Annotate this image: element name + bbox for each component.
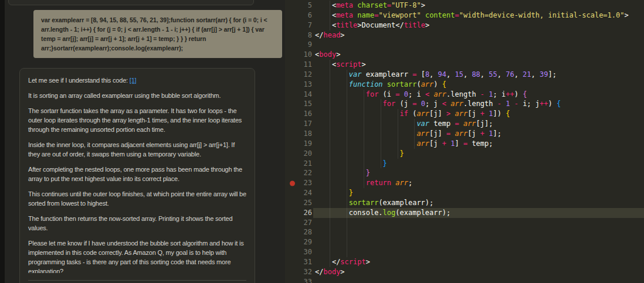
- line-number[interactable]: 12: [300, 70, 312, 80]
- code-line-22[interactable]: 22 }: [285, 168, 644, 178]
- code-line-31[interactable]: 31 </script>: [285, 257, 644, 267]
- breakpoint-gutter[interactable]: [285, 90, 300, 100]
- code-line-6[interactable]: 6 <meta name="viewport" content="width=d…: [285, 11, 644, 21]
- line-number[interactable]: 6: [300, 11, 312, 21]
- line-number[interactable]: 22: [300, 168, 312, 178]
- breakpoint-icon[interactable]: [290, 180, 295, 186]
- line-number[interactable]: 31: [300, 257, 312, 267]
- line-number[interactable]: 8: [300, 30, 312, 40]
- code-line-9[interactable]: 9: [285, 40, 644, 50]
- code-line-12[interactable]: 12 var examplearr = [8, 94, 15, 88, 55, …: [285, 70, 644, 80]
- breakpoint-gutter[interactable]: [285, 50, 300, 60]
- code-line-10[interactable]: 10<body>: [285, 50, 644, 60]
- code-line-7[interactable]: 7 <title>Document</title>: [285, 21, 644, 30]
- line-number[interactable]: 29: [300, 237, 312, 247]
- code-line-24[interactable]: 24 }: [285, 188, 644, 198]
- code-line-19[interactable]: 19 arr[j + 1] = temp;: [285, 139, 644, 149]
- line-number[interactable]: 20: [300, 149, 312, 159]
- breakpoint-gutter[interactable]: [285, 80, 300, 90]
- code-line-30[interactable]: 30: [285, 247, 644, 257]
- code-text: <meta name="viewport" content="width=dev…: [315, 11, 629, 21]
- line-number[interactable]: 11: [300, 60, 312, 70]
- line-number[interactable]: 33: [300, 277, 312, 283]
- breakpoint-gutter[interactable]: [285, 168, 300, 178]
- breakpoint-gutter[interactable]: [285, 60, 300, 70]
- line-number[interactable]: 19: [300, 139, 312, 149]
- breakpoint-gutter[interactable]: [285, 188, 300, 198]
- code-line-32[interactable]: 32</body>: [285, 267, 644, 277]
- line-number[interactable]: 5: [300, 1, 312, 11]
- breakpoint-gutter[interactable]: [285, 208, 300, 218]
- line-number[interactable]: 25: [300, 198, 312, 208]
- code-line-8[interactable]: 8</head>: [285, 30, 644, 40]
- line-number[interactable]: 24: [300, 188, 312, 198]
- breakpoint-gutter[interactable]: [285, 277, 300, 283]
- breakpoint-gutter[interactable]: [285, 198, 300, 208]
- breakpoint-gutter[interactable]: [285, 149, 300, 159]
- line-number[interactable]: 21: [300, 159, 312, 169]
- line-number[interactable]: 7: [300, 21, 312, 30]
- code-line-5[interactable]: 5 <meta charset="UTF-8">: [285, 1, 644, 11]
- line-number[interactable]: 13: [300, 80, 312, 90]
- breakpoint-gutter[interactable]: [285, 247, 300, 257]
- code-line-26[interactable]: 26 console.log(examplearr);: [285, 208, 644, 218]
- code-text: for (j = 0; j < arr.length - 1 - i; j++)…: [315, 99, 561, 109]
- code-line-18[interactable]: 18 arr[j] = arr[j + 1];: [285, 129, 644, 139]
- line-number[interactable]: 32: [300, 267, 312, 277]
- breakpoint-gutter[interactable]: [285, 257, 300, 267]
- breakpoint-gutter[interactable]: [285, 139, 300, 149]
- breakpoint-gutter[interactable]: [285, 267, 300, 277]
- code-line-16[interactable]: 16 if (arr[j] > arr[j + 1]) {: [285, 109, 644, 119]
- response-divider: [28, 280, 246, 281]
- line-number[interactable]: 30: [300, 247, 312, 257]
- breakpoint-gutter[interactable]: [285, 70, 300, 80]
- code-editor[interactable]: 5 <meta charset="UTF-8">6 <meta name="vi…: [285, 0, 644, 283]
- code-line-13[interactable]: 13 function sortarr(arr) {: [285, 80, 644, 90]
- code-line-27[interactable]: 27: [285, 218, 644, 228]
- line-number[interactable]: 15: [300, 99, 312, 109]
- breakpoint-gutter[interactable]: [285, 218, 300, 228]
- response-paragraph: It is sorting an array called examplearr…: [28, 91, 246, 100]
- line-number[interactable]: 23: [300, 178, 312, 188]
- breakpoint-gutter[interactable]: [285, 178, 300, 188]
- line-number[interactable]: 28: [300, 227, 312, 237]
- code-text: </head>: [315, 30, 345, 40]
- breakpoint-gutter[interactable]: [285, 119, 300, 129]
- code-line-25[interactable]: 25 sortarr(examplearr);: [285, 198, 644, 208]
- line-number[interactable]: 27: [300, 218, 312, 228]
- citation-link[interactable]: [1]: [130, 77, 137, 84]
- breakpoint-gutter[interactable]: [285, 237, 300, 247]
- breakpoint-gutter[interactable]: [285, 30, 300, 40]
- breakpoint-gutter[interactable]: [285, 159, 300, 169]
- breakpoint-gutter[interactable]: [285, 99, 300, 109]
- breakpoint-gutter[interactable]: [285, 40, 300, 50]
- breakpoint-gutter[interactable]: [285, 21, 300, 30]
- breakpoint-gutter[interactable]: [285, 1, 300, 11]
- breakpoint-gutter[interactable]: [285, 129, 300, 139]
- line-number[interactable]: 17: [300, 119, 312, 129]
- code-line-21[interactable]: 21 }: [285, 159, 644, 169]
- breakpoint-gutter[interactable]: [285, 11, 300, 21]
- code-line-14[interactable]: 14 for (i = 0; i < arr.length - 1; i++) …: [285, 90, 644, 100]
- response-paragraph: Please let me know if I have understood …: [28, 238, 246, 273]
- indent-guide: [347, 227, 347, 237]
- line-number[interactable]: 26: [300, 208, 312, 218]
- line-number[interactable]: 9: [300, 40, 312, 50]
- code-line-29[interactable]: 29: [285, 237, 644, 247]
- code-line-15[interactable]: 15 for (j = 0; j < arr.length - 1 - i; j…: [285, 99, 644, 109]
- line-number[interactable]: 18: [300, 129, 312, 139]
- code-line-20[interactable]: 20 }: [285, 149, 644, 159]
- code-text: for (i = 0; i < arr.length - 1; i++) {: [315, 90, 527, 100]
- breakpoint-gutter[interactable]: [285, 109, 300, 119]
- code-line-23[interactable]: 23 return arr;: [285, 178, 644, 188]
- chat-panel: var examplearr = [8, 94, 15, 88, 55, 76,…: [5, 0, 285, 283]
- line-number[interactable]: 16: [300, 109, 312, 119]
- code-text: <meta charset="UTF-8">: [315, 1, 425, 11]
- breakpoint-gutter[interactable]: [285, 227, 300, 237]
- line-number[interactable]: 14: [300, 90, 312, 100]
- code-line-28[interactable]: 28: [285, 227, 644, 237]
- code-line-11[interactable]: 11 <script>: [285, 60, 644, 70]
- line-number[interactable]: 10: [300, 50, 312, 60]
- code-line-33[interactable]: 33: [285, 277, 644, 283]
- code-line-17[interactable]: 17 var temp = arr[j];: [285, 119, 644, 129]
